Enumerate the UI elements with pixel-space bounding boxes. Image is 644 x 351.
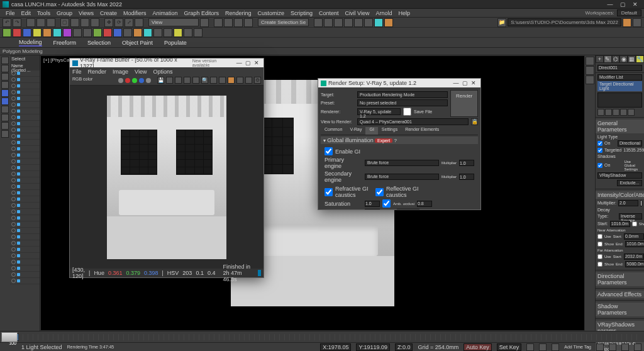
spinner-snap-icon[interactable]: [244, 18, 253, 27]
ribbon-tab-selection[interactable]: Selection: [87, 40, 111, 46]
coord-x[interactable]: X:1978.05: [320, 343, 351, 351]
modifier-list-dropdown[interactable]: Modifier List: [597, 74, 642, 81]
menu-modifiers[interactable]: Modifiers: [120, 10, 150, 16]
ref-coord-dropdown[interactable]: View: [148, 18, 199, 26]
right-tool-2[interactable]: [586, 66, 594, 75]
nav-zoom-icon[interactable]: [609, 343, 616, 351]
vfb-save-icon[interactable]: 💾: [157, 77, 164, 84]
far-use-checkbox[interactable]: [597, 254, 602, 259]
render-setup-window[interactable]: Render Setup: V-Ray 5, update 1.2 — ▢ ✕ …: [318, 78, 481, 210]
tool-h[interactable]: [73, 28, 82, 37]
far-start-input[interactable]: [624, 254, 644, 260]
rollout-directional[interactable]: Directional Parameters: [596, 272, 644, 286]
object-name-field[interactable]: [597, 65, 642, 71]
select-name-icon[interactable]: [70, 18, 79, 27]
ao-input[interactable]: [417, 201, 432, 207]
menu-edit[interactable]: Edit: [18, 10, 35, 16]
minimize-button[interactable]: —: [604, 1, 616, 8]
tool-n[interactable]: [133, 28, 142, 37]
far-end-input[interactable]: [625, 261, 644, 267]
menu-rendering[interactable]: Rendering: [222, 10, 255, 16]
rs-maximize[interactable]: ▢: [460, 80, 469, 86]
rs-tab-settings[interactable]: Settings: [378, 127, 401, 135]
exclude-button[interactable]: Exclude...: [617, 180, 642, 186]
right-tool-3[interactable]: [586, 75, 594, 84]
vfb-render-icon[interactable]: [228, 77, 235, 84]
selection-set-dropdown[interactable]: Create Selection Se: [258, 18, 309, 26]
select-icon[interactable]: ▢: [60, 18, 69, 27]
scene-row[interactable]: [10, 253, 40, 259]
rs-renderer-select[interactable]: V-Ray 5, update 1.2: [357, 108, 401, 115]
decay-show-checkbox[interactable]: [632, 221, 637, 226]
scene-row[interactable]: [10, 146, 40, 152]
menu-animation[interactable]: Animation: [149, 10, 180, 16]
scene-row[interactable]: [10, 159, 40, 165]
ribbon-tab-modeling[interactable]: Modeling: [19, 39, 42, 47]
tool-i[interactable]: [83, 28, 92, 37]
menu-views[interactable]: Views: [75, 10, 97, 16]
rotate-icon[interactable]: ⟳: [114, 18, 123, 27]
scene-row[interactable]: [10, 152, 40, 159]
rs-tab-gi[interactable]: GI: [365, 127, 377, 135]
rs-view-select[interactable]: Quad 4 – PhysCamera001: [357, 118, 469, 125]
play-icon[interactable]: [539, 343, 547, 351]
redo-icon[interactable]: ↷: [13, 18, 21, 27]
vfb-menu-render[interactable]: Render: [88, 69, 107, 75]
scene-row[interactable]: [10, 190, 40, 196]
maximize-button[interactable]: ▢: [616, 1, 629, 8]
close-button[interactable]: ✕: [629, 1, 641, 8]
tab-motion[interactable]: ◉: [619, 55, 628, 63]
rollout-intensity[interactable]: Intensity/Color/Attenuation: [596, 191, 644, 199]
shadow-type-select[interactable]: VRayShadow: [597, 172, 642, 179]
scene-row[interactable]: [10, 108, 40, 114]
vfb-settings-icon[interactable]: ⚙: [254, 77, 261, 84]
vfb-cc-icon[interactable]: [245, 77, 252, 84]
bind-icon[interactable]: [47, 18, 55, 27]
menu-civil-view[interactable]: Civil View: [342, 10, 373, 16]
radius-input[interactable]: [397, 209, 419, 209]
ao-checkbox[interactable]: [382, 199, 391, 208]
scene-row[interactable]: [10, 83, 40, 89]
schematic-icon[interactable]: [354, 18, 363, 27]
left-tool-4[interactable]: [1, 81, 9, 89]
vfb-minimize[interactable]: —: [235, 60, 243, 66]
render-setup-icon[interactable]: [374, 18, 383, 27]
primary-engine-select[interactable]: Brute force: [365, 160, 439, 166]
scene-row[interactable]: [10, 259, 40, 265]
setkey-button[interactable]: Set Key: [497, 343, 522, 351]
scene-row[interactable]: [10, 177, 40, 184]
tool-b[interactable]: [13, 28, 21, 37]
left-tool-6[interactable]: [1, 98, 9, 105]
workspace-value[interactable]: Default: [617, 9, 641, 16]
left-tool-1[interactable]: [1, 57, 9, 64]
scene-row[interactable]: [10, 240, 40, 247]
scene-row[interactable]: [10, 209, 40, 215]
render-thumb[interactable]: [1, 332, 18, 342]
tool-g[interactable]: [63, 28, 72, 37]
snap-icon[interactable]: [214, 18, 223, 27]
scene-row[interactable]: [10, 70, 40, 77]
vfb-new-version[interactable]: New version available: [192, 58, 235, 67]
tool-f[interactable]: [53, 28, 62, 37]
rs-rollout-gi[interactable]: ▾ Global illumination Expert ?: [321, 136, 478, 144]
menu-create[interactable]: Create: [97, 10, 120, 16]
vfb-channel-b-icon[interactable]: [139, 78, 144, 83]
nav-max-icon[interactable]: [634, 343, 641, 351]
vfb-track-mouse-icon[interactable]: [192, 77, 199, 84]
project-folder-icon[interactable]: 📁: [497, 18, 506, 27]
scene-row[interactable]: [10, 196, 40, 203]
select-region-icon[interactable]: [80, 18, 89, 27]
scene-row[interactable]: [10, 102, 40, 108]
rs-preset-select[interactable]: No preset selected: [357, 99, 448, 106]
rs-tab-vray[interactable]: V-Ray: [346, 127, 365, 135]
make-unique-icon[interactable]: [613, 109, 619, 116]
vfb-menu-file[interactable]: File: [72, 69, 82, 75]
ribbon-tab-freeform[interactable]: Freeform: [53, 40, 77, 46]
rs-savefile-checkbox[interactable]: [403, 108, 411, 116]
left-tool-9[interactable]: [1, 122, 9, 130]
vfb-channel-select[interactable]: RGB color: [72, 77, 116, 84]
unlink-icon[interactable]: [36, 18, 45, 27]
rs-close[interactable]: ✕: [469, 80, 478, 86]
tool-q[interactable]: [164, 28, 172, 37]
scene-row[interactable]: [10, 203, 40, 209]
